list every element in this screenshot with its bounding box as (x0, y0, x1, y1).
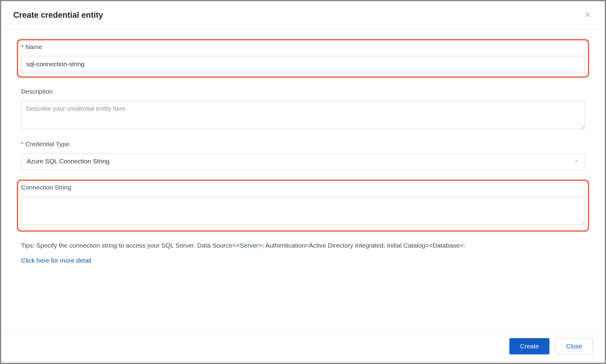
chevron-down-icon (574, 158, 579, 165)
description-textarea[interactable] (21, 100, 585, 129)
credential-type-select[interactable]: Azure SQL Connection String (21, 153, 585, 169)
required-asterisk: * (21, 43, 23, 50)
credential-type-label: *Credential Type (21, 140, 585, 148)
more-detail-link[interactable]: Click here for more detail (21, 257, 91, 264)
name-field-highlight: *Name (17, 39, 589, 78)
description-label: Description (21, 88, 585, 95)
create-button[interactable]: Create (509, 338, 549, 354)
tips-text: Tips: Specify the connection string to a… (21, 242, 585, 249)
modal-header: Create credential entity (1, 1, 605, 29)
close-icon-button[interactable] (583, 10, 593, 21)
close-button[interactable]: Close (555, 338, 593, 354)
name-label: *Name (21, 43, 585, 51)
description-group: Description (21, 88, 585, 130)
name-input[interactable] (21, 56, 585, 72)
credential-type-group: *Credential Type Azure SQL Connection St… (21, 140, 585, 169)
required-asterisk: * (21, 140, 23, 147)
name-label-text: Name (25, 43, 42, 50)
connection-string-textarea[interactable] (21, 196, 585, 225)
credential-type-value: Azure SQL Connection String (27, 158, 110, 165)
modal-body: *Name Description *Credential Type Azure… (1, 29, 605, 331)
connection-string-label: Connection String (21, 184, 585, 191)
modal-footer: Create Close (1, 331, 605, 363)
create-credential-modal: Create credential entity *Name Descripti… (1, 1, 605, 363)
connection-string-highlight: Connection String (17, 180, 589, 232)
credential-type-label-text: Credential Type (25, 140, 70, 147)
modal-title: Create credential entity (13, 11, 103, 20)
close-icon (584, 14, 591, 19)
